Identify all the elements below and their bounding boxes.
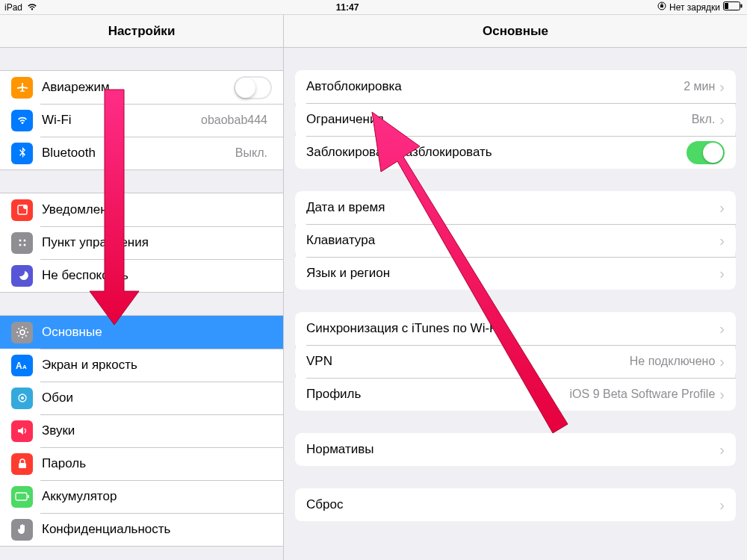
bluetooth-icon	[11, 143, 33, 164]
svg-point-7	[23, 240, 25, 242]
sidebar-item-notifications[interactable]: Уведомления	[0, 193, 283, 226]
device-label: iPad	[4, 2, 22, 13]
row-label: Конфиденциальность	[42, 522, 272, 537]
sidebar-item-bluetooth[interactable]: Bluetooth Выкл.	[0, 137, 283, 169]
chevron-right-icon: ›	[719, 79, 725, 94]
gear-icon	[11, 322, 33, 343]
svg-rect-17	[28, 495, 29, 498]
sidebar-item-wifi[interactable]: Wi-Fi obaobab444	[0, 104, 283, 137]
row-label: Аккумулятор	[42, 489, 272, 504]
orientation-lock-icon	[657, 1, 666, 13]
chevron-right-icon: ›	[719, 200, 725, 215]
svg-point-9	[23, 244, 25, 246]
sidebar-group-alerts: Уведомления Пункт управления Не беспокои…	[0, 193, 283, 293]
text-size-icon: AA	[11, 355, 33, 376]
sidebar-item-privacy[interactable]: Конфиденциальность	[0, 513, 283, 546]
row-label: Профиль	[306, 387, 570, 402]
row-value: Не подключено	[630, 355, 716, 368]
airplane-icon	[11, 77, 33, 99]
status-time: 11:47	[37, 2, 657, 13]
row-label: Bluetooth	[42, 146, 235, 161]
control-center-icon	[11, 232, 33, 254]
row-label: Синхронизация с iTunes по Wi-Fi	[306, 321, 719, 336]
row-value: Вкл.	[692, 113, 716, 126]
detail-panel: Основные Автоблокировка 2 мин › Ограниче…	[284, 15, 747, 560]
row-label: Экран и яркость	[42, 358, 272, 373]
chevron-right-icon: ›	[719, 387, 725, 402]
moon-icon	[11, 265, 33, 287]
detail-group-regulatory: Нормативы ›	[295, 433, 736, 466]
sidebar-item-sounds[interactable]: Звуки	[0, 414, 283, 447]
svg-rect-16	[16, 493, 27, 500]
detail-item-keyboard[interactable]: Клавиатура ›	[295, 224, 736, 257]
hand-icon	[11, 519, 33, 541]
row-label: VPN	[306, 354, 630, 369]
row-value: iOS 9 Beta Software Profile	[570, 388, 716, 401]
row-label: Основные	[42, 325, 272, 340]
svg-point-8	[19, 244, 21, 246]
row-label: Нормативы	[306, 442, 719, 457]
chevron-right-icon: ›	[719, 442, 725, 457]
sidebar-item-airplane[interactable]: Авиарежим	[0, 71, 283, 104]
svg-text:A: A	[22, 364, 27, 370]
detail-item-autolock[interactable]: Автоблокировка 2 мин ›	[295, 70, 736, 103]
detail-group-reset: Сброс ›	[295, 488, 736, 521]
svg-rect-15	[19, 463, 26, 468]
svg-rect-3	[741, 4, 743, 8]
detail-item-vpn[interactable]: VPN Не подключено ›	[295, 345, 736, 378]
detail-item-itunes-wifi[interactable]: Синхронизация с iTunes по Wi-Fi ›	[295, 312, 736, 345]
svg-rect-2	[725, 3, 728, 9]
row-label: Уведомления	[42, 202, 272, 217]
row-value: 2 мин	[684, 80, 715, 93]
svg-point-6	[19, 240, 21, 242]
row-value: Выкл.	[235, 146, 267, 160]
sidebar-item-general[interactable]: Основные	[0, 316, 283, 349]
row-value: obaobab444	[201, 113, 267, 127]
sidebar-item-dnd[interactable]: Не беспокоить	[0, 259, 283, 292]
chevron-right-icon: ›	[719, 321, 725, 336]
wifi-icon	[11, 110, 33, 131]
detail-item-reset[interactable]: Сброс ›	[295, 488, 736, 521]
charge-status-text: Нет зарядки	[669, 2, 720, 13]
lockunlock-switch[interactable]	[686, 141, 725, 164]
battery-status-icon	[723, 1, 743, 13]
sidebar-group-device: Основные AA Экран и яркость Обои Звуки	[0, 315, 283, 547]
chevron-right-icon: ›	[719, 266, 725, 281]
chevron-right-icon: ›	[719, 112, 725, 127]
detail-item-profile[interactable]: Профиль iOS 9 Beta Software Profile ›	[295, 378, 736, 411]
row-label: Клавиатура	[306, 233, 719, 248]
row-label: Пароль	[42, 456, 272, 471]
sidebar-item-control-center[interactable]: Пункт управления	[0, 226, 283, 259]
detail-item-language[interactable]: Язык и регион ›	[295, 257, 736, 290]
wallpaper-icon	[11, 388, 33, 409]
detail-item-restrictions[interactable]: Ограничения Вкл. ›	[295, 103, 736, 136]
chevron-right-icon: ›	[719, 233, 725, 248]
row-label: Заблокировать/разблокировать	[306, 145, 686, 160]
row-label: Wi-Fi	[42, 113, 201, 128]
chevron-right-icon: ›	[719, 497, 725, 512]
speaker-icon	[11, 420, 33, 442]
sidebar-item-wallpaper[interactable]: Обои	[0, 382, 283, 414]
sidebar-item-display[interactable]: AA Экран и яркость	[0, 349, 283, 382]
sidebar-title: Настройки	[0, 15, 283, 48]
settings-sidebar: Настройки Авиарежим Wi-Fi obaobab444	[0, 15, 284, 560]
sidebar-item-passcode[interactable]: Пароль	[0, 447, 283, 480]
row-label: Авиарежим	[42, 80, 234, 95]
row-label: Обои	[42, 391, 272, 405]
detail-item-datetime[interactable]: Дата и время ›	[295, 191, 736, 224]
sidebar-item-battery[interactable]: Аккумулятор	[0, 480, 283, 513]
sidebar-group-connectivity: Авиарежим Wi-Fi obaobab444 Bluetooth Вык…	[0, 70, 283, 170]
svg-point-5	[23, 205, 28, 209]
svg-text:A: A	[16, 361, 22, 370]
notifications-icon	[11, 199, 33, 221]
status-bar: iPad 11:47 Нет зарядки	[0, 0, 747, 15]
row-label: Пункт управления	[42, 235, 272, 250]
detail-item-regulatory[interactable]: Нормативы ›	[295, 433, 736, 466]
lock-icon	[11, 453, 33, 475]
airplane-switch[interactable]	[234, 76, 272, 99]
wifi-status-icon	[27, 2, 37, 13]
row-label: Язык и регион	[306, 266, 719, 281]
detail-item-lockunlock[interactable]: Заблокировать/разблокировать	[295, 136, 736, 169]
row-label: Дата и время	[306, 200, 719, 215]
row-label: Автоблокировка	[306, 79, 684, 94]
